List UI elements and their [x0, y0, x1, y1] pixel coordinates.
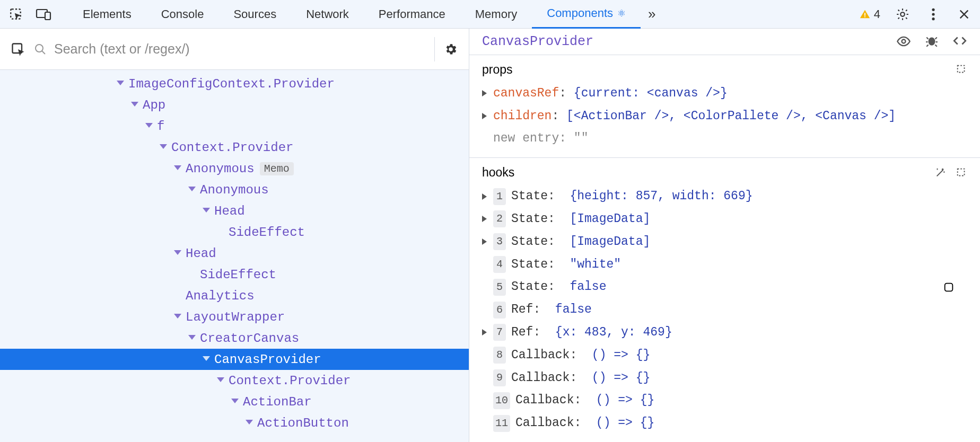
tree-node[interactable]: LayoutWrapper	[0, 306, 469, 328]
tabbar-left-icons	[7, 6, 52, 23]
search-icon	[34, 43, 47, 56]
caret-down-icon	[188, 187, 196, 193]
tree-node-label: SideEffect	[229, 225, 305, 240]
hook-index: 10	[493, 392, 510, 409]
hook-row[interactable]: 4State: "white"	[469, 253, 980, 276]
caret-down-icon	[174, 250, 181, 257]
search-wrap	[34, 41, 427, 57]
tree-node[interactable]: SideEffect	[0, 222, 469, 243]
prop-row[interactable]: children: [<ActionBar />, <ColorPallete …	[469, 105, 980, 128]
bug-icon[interactable]	[925, 34, 939, 49]
props-section: props canvasRef: {current: <canvas />}ch…	[469, 55, 980, 158]
hook-label: State	[511, 255, 548, 275]
tree-node-label: LayoutWrapper	[186, 310, 285, 324]
svg-point-6	[932, 8, 934, 11]
hook-label: Callback	[515, 413, 574, 433]
tree-node[interactable]: Head	[0, 243, 469, 264]
tree-node[interactable]: ActionBar	[0, 391, 469, 412]
tab-performance[interactable]: Performance	[364, 0, 460, 29]
svg-point-5	[900, 12, 905, 16]
tree-node[interactable]: f	[0, 116, 469, 137]
tree-node[interactable]: Head	[0, 200, 469, 222]
copy-icon[interactable]	[956, 167, 967, 179]
hook-value: () => {}	[592, 368, 650, 388]
code-icon[interactable]	[952, 34, 967, 49]
hook-row[interactable]: 3State: [ImageData]	[469, 231, 980, 253]
tree-node[interactable]: Context.Provider	[0, 370, 469, 391]
props-list: canvasRef: {current: <canvas />}children…	[469, 82, 980, 150]
tab-memory[interactable]: Memory	[460, 0, 532, 29]
svg-point-10	[36, 45, 43, 52]
caret-down-icon	[174, 165, 181, 172]
tree-node[interactable]: SideEffect	[0, 264, 469, 285]
wand-icon[interactable]	[934, 167, 946, 179]
tree-node-label: ActionButton	[257, 416, 349, 430]
hook-value: {x: 483, y: 469}	[555, 323, 672, 342]
caret-down-icon	[174, 314, 181, 320]
prop-value: [<ActionBar />, <ColorPallete />, <Canva…	[566, 107, 896, 126]
tree-node[interactable]: ImageConfigContext.Provider	[0, 73, 469, 94]
prop-value: {current: <canvas />}	[574, 84, 728, 103]
pick-element-icon[interactable]	[10, 41, 27, 58]
hook-index: 4	[493, 256, 506, 273]
checkbox-icon[interactable]	[943, 281, 967, 293]
hook-index: 6	[493, 302, 506, 319]
hook-row[interactable]: 2State: [ImageData]	[469, 208, 980, 231]
caret-down-icon	[131, 102, 138, 108]
search-input[interactable]	[54, 41, 427, 57]
hook-label: State	[511, 187, 548, 206]
hook-row[interactable]: 6Ref: false	[469, 298, 980, 321]
hook-row[interactable]: 7Ref: {x: 483, y: 469}	[469, 321, 980, 344]
copy-icon[interactable]	[956, 64, 967, 75]
tab-components[interactable]: Components⚛	[532, 0, 641, 29]
hook-row[interactable]: 10Callback: () => {}	[469, 389, 980, 412]
tree-settings-gear-icon[interactable]	[442, 41, 459, 58]
caret-down-icon	[188, 335, 196, 341]
hook-index: 5	[493, 279, 506, 296]
tab-sources[interactable]: Sources	[218, 0, 291, 29]
tab-list: ElementsConsoleSourcesNetworkPerformance…	[68, 0, 641, 29]
hook-row[interactable]: 1State: {height: 857, width: 669}	[469, 185, 980, 208]
component-tree-pane: ImageConfigContext.ProviderAppfContext.P…	[0, 29, 469, 442]
hook-index: 9	[493, 369, 506, 386]
kebab-menu-icon[interactable]	[925, 6, 942, 23]
prop-key: new entry	[493, 129, 559, 148]
tree-node[interactable]: ActionButton	[0, 412, 469, 434]
tab-overflow-icon[interactable]: »	[641, 0, 663, 29]
warning-count[interactable]: 4	[859, 7, 880, 21]
caret-right-icon	[482, 90, 487, 96]
svg-rect-4	[864, 16, 865, 17]
tab-console[interactable]: Console	[146, 0, 219, 29]
hook-row[interactable]: 5State: false	[469, 276, 980, 298]
tree-node[interactable]: App	[0, 94, 469, 116]
tree-node[interactable]: Context.Provider	[0, 137, 469, 158]
hook-index: 1	[493, 188, 506, 205]
inspect-icon[interactable]	[7, 6, 24, 23]
hook-row[interactable]: 11Callback: () => {}	[469, 412, 980, 435]
hook-row[interactable]: 8Callback: () => {}	[469, 344, 980, 367]
tabbar-right: 4	[859, 6, 973, 23]
prop-row[interactable]: canvasRef: {current: <canvas />}	[469, 82, 980, 105]
tree-node[interactable]: Analytics	[0, 285, 469, 306]
tree-node-label: CreatorCanvas	[200, 331, 299, 346]
tree-node[interactable]: CreatorCanvas	[0, 328, 469, 349]
hook-label: State	[511, 209, 548, 229]
separator	[434, 37, 435, 61]
tree-node[interactable]: Anonymous	[0, 179, 469, 200]
hook-value: () => {}	[592, 346, 650, 365]
tree-node-label: App	[143, 98, 165, 112]
tree-node[interactable]: CanvasProvider	[0, 349, 469, 370]
hook-value: [ImageData]	[570, 232, 650, 252]
close-icon[interactable]	[956, 6, 973, 23]
device-toolbar-icon[interactable]	[35, 6, 52, 23]
component-tree[interactable]: ImageConfigContext.ProviderAppfContext.P…	[0, 70, 469, 442]
hook-index: 8	[493, 347, 506, 364]
eye-icon[interactable]	[896, 34, 911, 49]
tree-node[interactable]: AnonymousMemo	[0, 158, 469, 179]
hooks-list: 1State: {height: 857, width: 669}2State:…	[469, 185, 980, 435]
gear-icon[interactable]	[894, 6, 911, 23]
tab-elements[interactable]: Elements	[68, 0, 146, 29]
hook-row[interactable]: 9Callback: () => {}	[469, 367, 980, 390]
tab-network[interactable]: Network	[291, 0, 364, 29]
prop-row[interactable]: new entry: ""	[469, 127, 980, 150]
